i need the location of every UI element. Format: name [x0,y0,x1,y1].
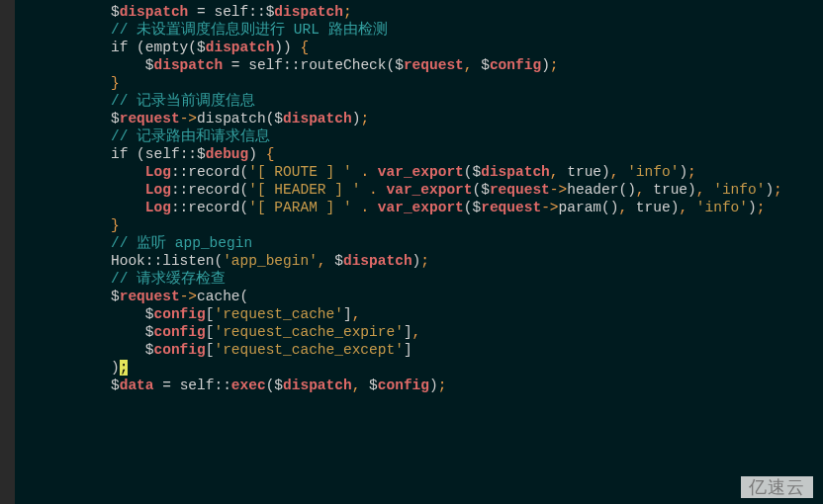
code-line: Hook::listen('app_begin', $dispatch); [111,252,782,270]
code-line: $request->cache( [111,288,782,305]
code-line: Log::record('[ HEADER ] ' . var_export($… [111,181,782,199]
editor-gutter [0,0,15,504]
code-line: $config['request_cache_expire'], [111,323,782,341]
code-line: if (self::$debug) { [111,145,782,163]
code-line: // 监听 app_begin [111,234,782,252]
code-line: $config['request_cache'], [111,305,782,323]
code-line: Log::record('[ PARAM ] ' . var_export($r… [111,199,782,216]
code-line: $dispatch = self::$dispatch; [111,3,782,21]
code-line: $request->dispatch($dispatch); [111,110,782,127]
code-editor-content: $dispatch = self::$dispatch;// 未设置调度信息则进… [111,3,782,394]
code-line: $config['request_cache_except'] [111,341,782,359]
code-line: // 请求缓存检查 [111,270,782,288]
code-line: ); [111,359,782,377]
code-line: } [111,74,782,92]
code-line: $data = self::exec($dispatch, $config); [111,377,782,394]
code-line: // 记录当前调度信息 [111,92,782,110]
code-line: } [111,216,782,234]
code-line: // 记录路由和请求信息 [111,127,782,145]
code-line: if (empty($dispatch)) { [111,39,782,56]
code-line: // 未设置调度信息则进行 URL 路由检测 [111,21,782,39]
code-line: Log::record('[ ROUTE ] ' . var_export($d… [111,163,782,181]
code-line: $dispatch = self::routeCheck($request, $… [111,56,782,74]
watermark-logo: 亿速云 [741,476,813,498]
